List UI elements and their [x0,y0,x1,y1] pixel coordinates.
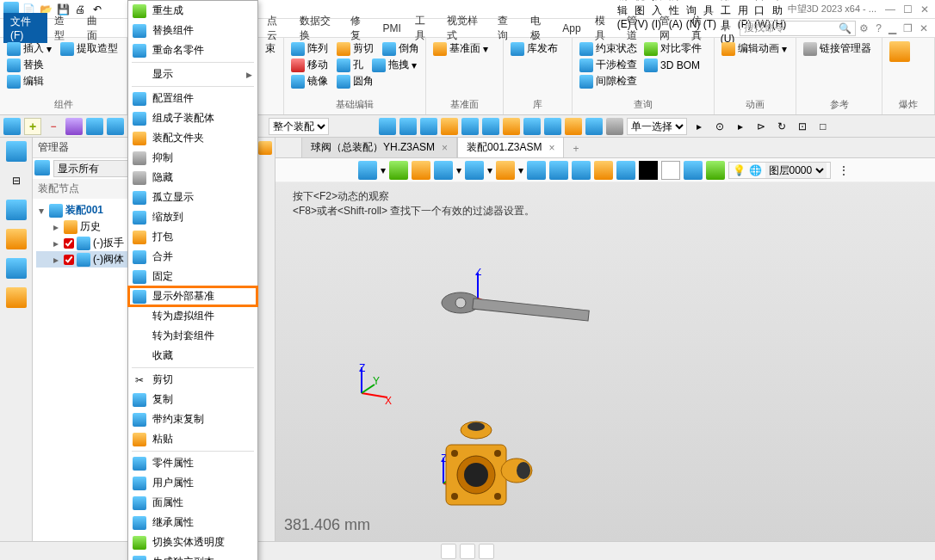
vtb9-icon[interactable] [572,161,591,180]
side-box-icon[interactable] [6,229,27,249]
cm-suppress[interactable]: 抑制 [128,148,257,168]
asm-select[interactable]: 整个装配 [269,118,329,135]
vt2-icon[interactable] [399,118,417,135]
rb-datum[interactable]: 基准面 ▾ [433,41,488,56]
play5-icon[interactable]: ↻ [773,118,790,135]
inner-max-icon[interactable]: ❐ [903,22,913,34]
rb-hole[interactable]: 孔 [337,58,363,72]
cm-folder[interactable]: 装配文件夹 [128,128,257,148]
play4-icon[interactable]: ⊳ [752,118,770,135]
tab1-close-icon[interactable]: × [442,142,448,154]
vtb7-icon[interactable] [527,161,546,180]
vt9-icon[interactable] [544,118,561,135]
play3-icon[interactable]: ▸ [732,118,749,135]
rb-array[interactable]: 阵列 [291,41,328,56]
minus-icon[interactable]: − [45,118,62,135]
part-wrench[interactable] [439,277,594,329]
tog1-icon[interactable] [65,118,83,135]
cm-virtual[interactable]: 转为虚拟组件 [128,306,257,326]
tabs-dropdown-icon[interactable]: ▾ [722,22,728,34]
vtb5-icon[interactable] [465,161,484,180]
cm-fix[interactable]: 固定 [128,267,257,286]
menu-window[interactable]: 窗口(W) [755,2,771,17]
rb-replace[interactable]: 替换 [7,58,44,72]
vt3-icon[interactable] [420,118,437,135]
vtb12-icon[interactable] [684,161,703,180]
tab-appstore[interactable]: App [555,21,587,36]
cm-zoom[interactable]: 缩放到 [128,207,257,227]
vtb6-icon[interactable] [496,161,515,180]
cm-hide[interactable]: 隐藏 [128,168,257,188]
doc-tab-1[interactable]: 球阀（总装配）YH.Z3ASM× [301,137,457,157]
inner-min-icon[interactable]: ▁ [889,22,896,34]
vtb13-icon[interactable] [706,161,725,180]
cm-part-attr[interactable]: 零件属性 [128,453,257,473]
sel-arrow-icon[interactable] [3,118,21,135]
status-icon1[interactable] [441,544,456,559]
mini-icon[interactable] [258,141,272,155]
tab-pmi[interactable]: PMI [375,21,407,36]
layer-selector[interactable]: 💡🌐图层0000 [728,162,831,179]
rb-compare[interactable]: 对比零件 [644,41,702,56]
explode-icon[interactable] [889,41,910,62]
cm-copy-c[interactable]: 带约束复制 [128,409,257,429]
play7-icon[interactable]: □ [814,118,832,135]
menu-app[interactable]: 应用(P) [738,2,753,17]
vtb3-icon[interactable] [412,161,430,180]
cm-subasm[interactable]: 组成子装配体 [128,108,257,128]
filter-cube-icon[interactable] [34,160,50,175]
single-select[interactable]: 单一选择 [627,118,687,135]
rb-drag[interactable]: 拖拽 ▾ [372,58,417,72]
part-valve[interactable] [430,406,551,526]
menu-help[interactable]: 帮助(H) [772,2,788,17]
play1-icon[interactable]: ▸ [690,118,708,135]
side-tree-icon[interactable]: ⊟ [6,170,27,191]
vt5-icon[interactable] [461,118,479,135]
viewport-canvas[interactable]: 按下<F2>动态的观察 <F8>或者<Shift-roll> 查找下一个有效的过… [276,182,935,541]
part1-checkbox[interactable] [64,238,74,249]
vt12-icon[interactable] [606,118,623,135]
vtb11-icon[interactable] [616,161,635,180]
side-user-icon[interactable] [6,287,27,308]
cm-pack[interactable]: 打包 [128,227,257,247]
command-search[interactable]: 搜找命令🔍 [740,21,857,36]
vt8-icon[interactable] [523,118,541,135]
side-cube-icon[interactable] [6,141,27,162]
vtb8-icon[interactable] [549,161,568,180]
cm-inherit[interactable]: 继承属性 [128,513,257,532]
rb-fillet[interactable]: 圆角 [337,74,374,89]
cm-regen[interactable]: 重生成 [128,1,257,21]
cm-config[interactable]: 配置组件 [128,89,257,108]
rb-move[interactable]: 移动 [291,58,328,72]
doc-tab-add[interactable]: + [564,140,587,157]
cm-cut[interactable]: ✂剪切 [128,370,257,390]
cm-replace-comp[interactable]: 替换组件 [128,21,257,40]
cm-transp[interactable]: 切换实体透明度 [128,532,257,552]
rb-insert[interactable]: 插入 ▾ 提取造型 [7,41,118,56]
tog2-icon[interactable] [86,118,103,135]
vtb2-icon[interactable] [389,161,408,180]
rb-publish[interactable]: 库发布 [511,41,558,56]
cm-rename[interactable]: 重命名零件 [128,40,257,60]
help-icon[interactable]: ? [876,22,882,34]
cm-copy[interactable]: 复制 [128,390,257,409]
rb-anim[interactable]: 编辑动画 ▾ [721,41,787,56]
minimize-icon[interactable]: — [883,3,897,15]
rb-interfere[interactable]: 干涉检查 [579,58,637,72]
doc-tab-2[interactable]: 装配001.Z3ASM× [457,137,564,157]
vtb-black-icon[interactable] [639,161,658,180]
status-icon2[interactable] [460,544,475,559]
cm-ext-datum[interactable]: 显示外部基准 [128,286,257,306]
cm-face-attr[interactable]: 面属性 [128,493,257,513]
rb-link[interactable]: 链接管理器 [803,41,871,56]
part2-checkbox[interactable] [64,255,74,265]
cm-isolate[interactable]: 孤立显示 [128,188,257,207]
add-icon[interactable]: + [24,118,41,135]
rb-constraint[interactable]: 约束状态 [579,41,637,56]
side-img-icon[interactable] [6,258,27,279]
cm-indep[interactable]: 生成独立副本 [128,552,257,560]
play6-icon[interactable]: ⊡ [794,118,811,135]
rb-cons[interactable]: 束 [265,41,276,56]
rb-mirror[interactable]: 镜像 [291,74,328,89]
cm-envelope[interactable]: 转为封套组件 [128,326,257,346]
